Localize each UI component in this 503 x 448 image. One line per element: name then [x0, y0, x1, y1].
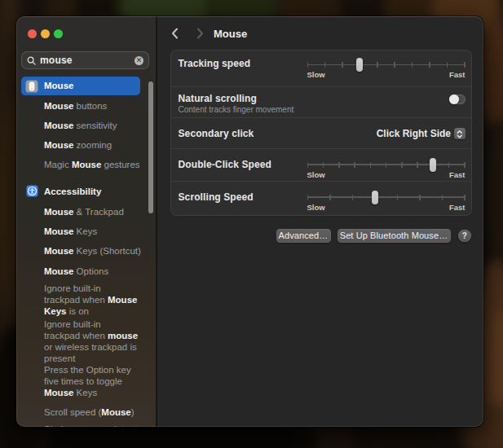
- sidebar-scrollbar[interactable]: [148, 81, 153, 213]
- main-pane: Mouse Tracking speedSlowFastNatural scro…: [157, 16, 483, 427]
- slider-tick: [307, 195, 309, 200]
- slider-tick: [354, 162, 355, 168]
- setting-row-double-click-speed: Double-Click SpeedSlowFast: [170, 148, 472, 181]
- help-button[interactable]: ?: [458, 230, 471, 243]
- slider-max-label: Fast: [449, 70, 465, 79]
- system-preferences-window: mouse ✕ MouseMouse buttonsMouse sensitiv…: [16, 16, 483, 427]
- mouse-icon: [25, 80, 38, 93]
- slider-track: [307, 64, 465, 66]
- slider-max-label: Fast: [449, 170, 465, 179]
- sidebar-item-label: Magic Mouse gestures: [44, 159, 144, 170]
- setting-label: Tracking speed: [179, 58, 251, 69]
- sidebar-item-label: Mouse: [44, 81, 73, 90]
- accessibility-icon: [26, 185, 38, 197]
- slider-tick: [464, 195, 465, 200]
- tracking-speed-slider[interactable]: [307, 58, 465, 72]
- sidebar-item-label: Mouse Keys: [44, 226, 144, 237]
- scrolling-speed-slider[interactable]: [307, 190, 465, 204]
- advanced-button[interactable]: Advanced…: [276, 229, 331, 243]
- sidebar-item-label: Press the Option keyfive times to toggle…: [44, 364, 144, 398]
- chevron-up-down-icon: [454, 129, 465, 140]
- slider-tick: [342, 62, 343, 68]
- natural-scrolling-toggle[interactable]: [449, 94, 465, 105]
- toggle-knob: [449, 94, 459, 104]
- search-input[interactable]: mouse ✕: [21, 51, 149, 69]
- secondary-click-dropdown[interactable]: [454, 128, 465, 139]
- row-divider: [171, 181, 471, 182]
- sidebar-item-mouse[interactable]: Mouse: [21, 77, 140, 95]
- slider-thumb[interactable]: [372, 191, 378, 204]
- slider-tick: [417, 162, 418, 168]
- slider-tick: [323, 162, 324, 168]
- settings-group: Tracking speedSlowFastNatural scrollingC…: [170, 50, 472, 216]
- forward-button[interactable]: [193, 27, 206, 40]
- sidebar-item-label: Mouse & Trackpad: [44, 206, 144, 217]
- slider-tick: [419, 195, 421, 200]
- slider-max-label: Fast: [449, 203, 465, 212]
- traffic-lights: [28, 29, 63, 38]
- slider-tick: [464, 162, 465, 168]
- slider-min-label: Slow: [307, 70, 325, 79]
- sidebar-item-label: Mouse zooming: [44, 139, 144, 151]
- sidebar-item-label: Mouse buttons: [44, 100, 144, 112]
- sidebar-item-label: Mouse Keys (Shortcut): [44, 245, 144, 257]
- search-value: mouse: [40, 55, 135, 66]
- sidebar-item-label: Accessibility: [44, 186, 144, 197]
- minimize-button[interactable]: [41, 29, 50, 38]
- sidebar-item-label: Ignore built-intrackpad when mouseor wir…: [44, 318, 144, 364]
- slider-tick: [307, 62, 309, 68]
- setting-row-secondary-click: Secondary clickClick Right Side: [170, 117, 472, 149]
- secondary-click-value: Click Right Side: [377, 128, 451, 139]
- clear-search-icon[interactable]: ✕: [135, 56, 143, 65]
- slider-tick: [448, 162, 450, 168]
- slider-tick: [307, 162, 309, 168]
- slider-tick: [464, 62, 465, 68]
- sidebar-item-label: Mouse sensitivity: [44, 120, 144, 131]
- magnifier-icon: [27, 56, 36, 65]
- slider-thumb[interactable]: [430, 158, 436, 172]
- row-divider: [171, 148, 471, 149]
- back-button[interactable]: [169, 27, 182, 40]
- slider-tick: [329, 195, 331, 200]
- slider-tick: [412, 62, 413, 68]
- row-divider: [171, 117, 471, 118]
- slider-thumb[interactable]: [356, 58, 363, 72]
- slider-tick: [377, 62, 378, 68]
- slider-min-label: Slow: [307, 203, 325, 212]
- row-divider: [171, 86, 471, 87]
- slider-tick: [447, 62, 448, 68]
- slider-tick: [401, 162, 403, 168]
- setting-row-tracking-speed: Tracking speedSlowFast: [170, 50, 472, 86]
- slider-tick: [394, 62, 395, 68]
- sidebar-item-label: Ignore built-intrackpad when MouseKeys i…: [44, 283, 144, 317]
- setting-label: Natural scrolling: [179, 93, 257, 104]
- setting-row-scrolling-speed: Scrolling SpeedSlowFast: [170, 181, 472, 216]
- slider-tick: [397, 195, 399, 200]
- setting-sublabel: Content tracks finger movement: [179, 105, 294, 114]
- setting-label: Secondary click: [179, 128, 254, 139]
- sidebar: mouse ✕ MouseMouse buttonsMouse sensitiv…: [16, 16, 156, 427]
- slider-tick: [352, 195, 354, 200]
- slider-tick: [429, 62, 430, 68]
- setting-label: Double-Click Speed: [179, 159, 272, 170]
- slider-tick: [370, 162, 372, 168]
- slider-tick: [338, 162, 340, 168]
- sidebar-item-label: Scroll speed (Mouse): [44, 406, 144, 418]
- slider-min-label: Slow: [307, 170, 325, 179]
- set-up-bluetooth-mouse-button[interactable]: Set Up Bluetooth Mouse…: [338, 229, 451, 243]
- sidebar-item-label: Mouse Options: [44, 266, 144, 277]
- page-title: Mouse: [214, 28, 247, 40]
- setting-row-natural-scrolling: Natural scrollingContent tracks finger m…: [170, 86, 472, 117]
- slider-tick: [386, 162, 387, 168]
- slider-tick: [442, 195, 443, 200]
- close-button[interactable]: [28, 29, 37, 38]
- zoom-button[interactable]: [54, 29, 63, 38]
- sidebar-item-label: Shake mouse pointer to: [44, 424, 144, 427]
- slider-tick: [324, 62, 326, 68]
- setting-label: Scrolling Speed: [179, 191, 254, 203]
- double-click-speed-slider[interactable]: [307, 157, 465, 172]
